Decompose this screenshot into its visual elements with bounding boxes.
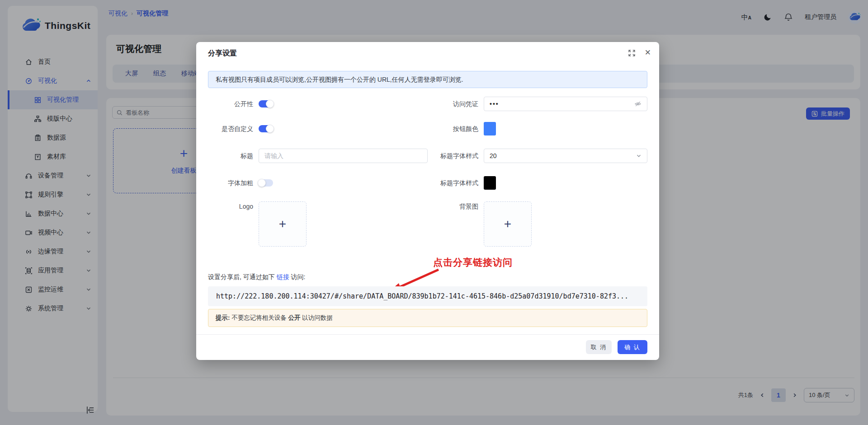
bold-toggle[interactable] [259,179,273,187]
plus-icon: + [504,217,511,231]
title-input[interactable] [264,152,422,159]
toggle-knob [266,125,274,133]
share-url[interactable]: http://222.180.200.114:30427/#/share/DAT… [208,286,647,306]
fullscreen-icon[interactable] [628,49,636,57]
publicity-toggle[interactable] [259,100,273,107]
share-settings-modal: 分享设置 ✕ 私有视图只有项目成员可以浏览,公开视图拥有一个公开的 URL,任何… [196,42,659,360]
tip-text: 以访问数据 [301,314,333,321]
title-font-size-label: 标题字体样式 [400,149,478,163]
font-size-value: 20 [490,152,497,159]
title-label: 标题 [196,149,253,163]
app-root: ThingsKit 首页可视化可视化管理模版中心数据源素材库设备管理规则引擎数据… [0,0,868,425]
title-font-color-swatch[interactable] [484,176,496,190]
eye-off-icon[interactable] [634,100,642,107]
custom-toggle[interactable] [259,125,273,132]
custom-label: 是否自定义 [196,121,253,136]
credential-input[interactable] [490,100,634,107]
modal-title: 分享设置 [208,49,237,58]
share-link[interactable]: 链接 [277,273,289,280]
tip-bold-public: 公开 [288,314,301,321]
share-hint-suffix: 访问: [289,273,306,280]
tip-banner: 提示: 不要忘记将相关设备 公开 以访问数据 [208,309,647,327]
tip-text: 不要忘记将相关设备 [230,314,288,321]
tip-bold: 提示: [216,314,230,321]
logo-upload-box[interactable]: + [259,201,307,247]
chevron-down-icon [636,153,642,159]
background-upload-box[interactable]: + [484,201,532,247]
bold-label: 字体加粗 [196,176,253,190]
share-hint-prefix: 设置分享后, 可通过如下 [208,273,277,280]
title-font-size-select[interactable]: 20 [484,149,647,163]
credential-label: 访问凭证 [400,97,478,111]
close-icon[interactable]: ✕ [645,47,651,58]
plus-icon: + [279,217,286,231]
toggle-knob [258,179,266,187]
share-hint-line: 设置分享后, 可通过如下 链接 访问: [208,273,305,281]
divider [196,334,659,335]
logo-label: Logo [196,199,253,214]
background-image-label: 背景图 [400,199,478,214]
title-font-color-label: 标题字体样式 [400,176,478,190]
button-color-label: 按钮颜色 [400,121,478,136]
publicity-label: 公开性 [196,97,253,111]
credential-field [484,97,647,111]
button-color-swatch[interactable] [484,122,496,135]
confirm-button[interactable]: 确 认 [618,340,647,354]
toggle-knob [266,100,274,108]
cancel-button[interactable]: 取 消 [586,340,612,354]
info-banner: 私有视图只有项目成员可以浏览,公开视图拥有一个公开的 URL,任何人无需登录即可… [208,71,647,88]
